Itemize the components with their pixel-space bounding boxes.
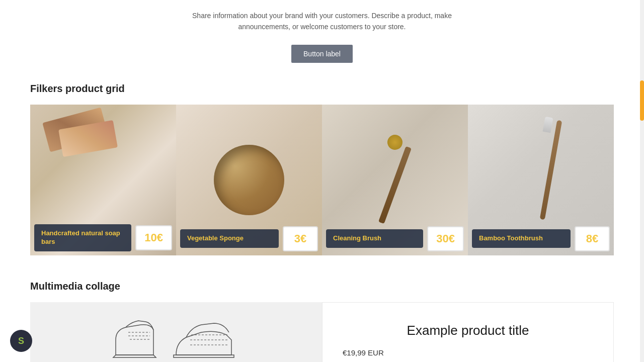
top-section: Share information about your brand with … — [30, 0, 614, 83]
product-overlay-brush: Cleaning Brush 30€ — [322, 222, 468, 255]
product-price-brush: 30€ — [427, 226, 464, 251]
top-description: Share information about your brand with … — [171, 10, 473, 33]
product-card-brush[interactable]: Cleaning Brush 30€ — [322, 105, 468, 255]
product-name-brush: Cleaning Brush — [326, 229, 423, 248]
example-product-title: Example product title — [343, 323, 593, 338]
product-card-toothbrush[interactable]: Bamboo Toothbrush 8€ — [468, 105, 614, 255]
product-overlay-sponge: Vegetable Sponge 3€ — [176, 222, 322, 255]
scrollbar-thumb[interactable] — [640, 80, 644, 121]
collage-right: Example product title €19,99 EUR — [322, 302, 614, 362]
header-button[interactable]: Button label — [291, 45, 353, 63]
product-card-soap[interactable]: Handcrafted natural soap bars 10€ — [30, 105, 176, 255]
product-name-soap: Handcrafted natural soap bars — [34, 224, 131, 251]
example-price: €19,99 EUR — [343, 348, 593, 357]
product-name-toothbrush: Bamboo Toothbrush — [472, 229, 571, 248]
product-card-sponge[interactable]: Vegetable Sponge 3€ — [176, 105, 322, 255]
shopify-badge[interactable]: S — [10, 330, 32, 352]
product-grid: Handcrafted natural soap bars 10€ Vegeta… — [30, 105, 614, 255]
product-overlay-toothbrush: Bamboo Toothbrush 8€ — [468, 222, 614, 255]
product-price-sponge: 3€ — [283, 226, 318, 251]
scrollbar-track[interactable] — [640, 0, 644, 362]
product-price-toothbrush: 8€ — [575, 226, 610, 251]
shoe-illustration-svg — [101, 312, 252, 362]
shopify-icon: S — [18, 336, 24, 346]
multimedia-title: Multimedia collage — [30, 281, 614, 292]
product-name-sponge: Vegetable Sponge — [180, 229, 279, 248]
product-grid-section: Filkers product grid Handcrafted natural… — [30, 83, 614, 255]
product-price-soap: 10€ — [135, 225, 172, 250]
collage-left — [30, 302, 322, 362]
multimedia-collage: Example product title €19,99 EUR — [30, 302, 614, 362]
product-overlay-soap: Handcrafted natural soap bars 10€ — [30, 220, 176, 255]
product-grid-title: Filkers product grid — [30, 83, 614, 95]
multimedia-section: Multimedia collage — [30, 281, 614, 362]
